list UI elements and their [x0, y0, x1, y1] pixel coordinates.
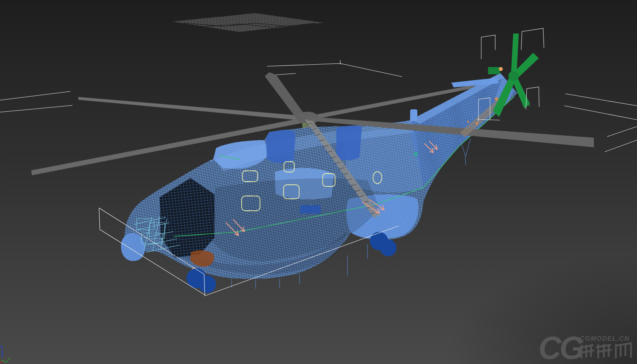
svg-text:CG: CG [538, 330, 583, 364]
svg-text:CGMODEL.CN: CGMODEL.CN [580, 335, 629, 342]
svg-text:z: z [0, 344, 3, 349]
